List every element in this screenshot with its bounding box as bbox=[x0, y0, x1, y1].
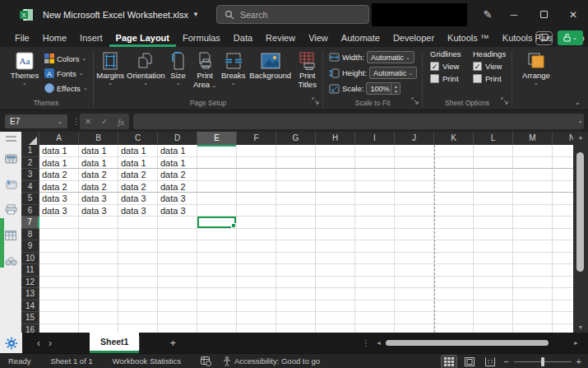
cell-E7[interactable] bbox=[197, 217, 237, 229]
cell-M12[interactable] bbox=[513, 277, 553, 289]
cell-G1[interactable] bbox=[276, 145, 316, 157]
cell-D4[interactable]: data 2 bbox=[158, 181, 197, 193]
cell-B16[interactable] bbox=[79, 324, 118, 333]
cell-J1[interactable] bbox=[395, 145, 434, 157]
maximize-button[interactable] bbox=[529, 0, 558, 29]
cell-E6[interactable] bbox=[197, 205, 237, 217]
cell-G8[interactable] bbox=[276, 229, 316, 241]
cell-B13[interactable] bbox=[79, 288, 118, 300]
cell-J16[interactable] bbox=[395, 324, 434, 333]
cell-L6[interactable] bbox=[474, 205, 513, 217]
cell-D8[interactable] bbox=[158, 229, 197, 241]
cell-L15[interactable] bbox=[474, 312, 513, 324]
headings-view-row[interactable]: ✓ View bbox=[473, 62, 507, 71]
cell-F10[interactable] bbox=[237, 253, 276, 265]
cell-J11[interactable] bbox=[395, 264, 434, 277]
cell-G6[interactable] bbox=[276, 205, 316, 217]
cell-F13[interactable] bbox=[237, 288, 276, 300]
new-sheet-button[interactable]: + bbox=[169, 333, 176, 353]
cell-D7[interactable] bbox=[158, 217, 197, 229]
cell-H1[interactable] bbox=[316, 145, 355, 157]
scale-spinner[interactable]: 100% ▲▼ bbox=[366, 82, 400, 95]
cell-F1[interactable] bbox=[237, 145, 276, 157]
comments-button[interactable] bbox=[535, 31, 553, 45]
cell-I10[interactable] bbox=[355, 253, 395, 265]
page-layout-view-button[interactable] bbox=[462, 356, 477, 368]
cell-E5[interactable] bbox=[197, 193, 237, 205]
cell-L5[interactable] bbox=[474, 193, 513, 205]
minimize-button[interactable]: ─ bbox=[499, 0, 529, 29]
gridlines-view-checkbox[interactable]: ✓ bbox=[430, 62, 439, 71]
cell-F7[interactable] bbox=[237, 217, 276, 229]
cell-C6[interactable]: data 3 bbox=[118, 205, 158, 217]
cell-D12[interactable] bbox=[158, 277, 197, 289]
cell-H9[interactable] bbox=[316, 240, 355, 253]
scale-to-fit-dialog-launcher[interactable] bbox=[411, 93, 419, 108]
cell-D10[interactable] bbox=[158, 253, 197, 265]
row-header-14[interactable]: 14 bbox=[21, 300, 39, 313]
cell-C4[interactable]: data 2 bbox=[118, 181, 158, 193]
cell-E11[interactable] bbox=[197, 264, 237, 277]
cell-H14[interactable] bbox=[316, 300, 355, 313]
cell-G9[interactable] bbox=[276, 240, 316, 253]
cell-M13[interactable] bbox=[513, 288, 553, 300]
cell-J2[interactable] bbox=[395, 157, 434, 170]
zoom-slider-thumb[interactable] bbox=[541, 357, 544, 366]
cell-I11[interactable] bbox=[355, 264, 395, 277]
cell-H7[interactable] bbox=[316, 217, 355, 229]
cell-C15[interactable] bbox=[118, 312, 158, 324]
cell-M6[interactable] bbox=[513, 205, 553, 217]
cell-A15[interactable] bbox=[39, 312, 79, 324]
zoom-in-button[interactable]: + bbox=[576, 357, 581, 366]
cell-B1[interactable]: data 1 bbox=[79, 145, 118, 157]
zoom-slider-track[interactable] bbox=[514, 361, 572, 362]
close-button[interactable]: ✕ bbox=[558, 0, 588, 29]
cell-J6[interactable] bbox=[395, 205, 434, 217]
cell-C1[interactable]: data 1 bbox=[118, 145, 158, 157]
cell-C8[interactable] bbox=[118, 229, 158, 241]
cell-G3[interactable] bbox=[276, 169, 316, 181]
cell-B3[interactable]: data 2 bbox=[79, 169, 118, 181]
cell-F2[interactable] bbox=[237, 157, 276, 170]
sheet-options-dialog-launcher[interactable] bbox=[501, 93, 508, 108]
cell-H3[interactable] bbox=[316, 169, 355, 181]
cell-M10[interactable] bbox=[513, 253, 553, 265]
cell-M7[interactable] bbox=[513, 217, 553, 229]
cell-A11[interactable] bbox=[39, 264, 79, 277]
cell-G12[interactable] bbox=[276, 277, 316, 289]
print-area-button[interactable]: Print Area ⌄ bbox=[191, 49, 220, 89]
background-button[interactable]: Background bbox=[248, 49, 294, 80]
tab-file[interactable]: File bbox=[8, 29, 36, 47]
row-header-1[interactable]: 1 bbox=[21, 145, 39, 157]
cell-J8[interactable] bbox=[395, 229, 434, 241]
cell-D15[interactable] bbox=[158, 312, 197, 324]
cell-M1[interactable] bbox=[513, 145, 553, 157]
cell-C11[interactable] bbox=[118, 264, 158, 277]
cell-F6[interactable] bbox=[237, 205, 276, 217]
cell-D1[interactable]: data 1 bbox=[158, 145, 197, 157]
cell-I6[interactable] bbox=[355, 205, 395, 217]
cell-A10[interactable] bbox=[39, 253, 79, 265]
cell-B11[interactable] bbox=[79, 264, 118, 277]
cell-N14[interactable] bbox=[553, 300, 573, 313]
scroll-right-arrow-icon[interactable]: ► bbox=[573, 333, 579, 353]
cell-C9[interactable] bbox=[118, 240, 158, 253]
row-header-2[interactable]: 2 bbox=[21, 157, 39, 170]
normal-view-button[interactable] bbox=[442, 356, 456, 368]
workbook-pane-icon[interactable] bbox=[5, 152, 17, 167]
cell-D16[interactable] bbox=[158, 324, 197, 333]
cell-A9[interactable] bbox=[39, 240, 79, 253]
zoom-out-button[interactable]: − bbox=[503, 357, 508, 366]
cell-K6[interactable] bbox=[434, 205, 474, 217]
cell-N3[interactable] bbox=[553, 169, 573, 181]
orientation-button[interactable]: Orientation ⌄ bbox=[126, 49, 165, 86]
tab-formulas[interactable]: Formulas bbox=[176, 29, 227, 47]
cell-D3[interactable]: data 2 bbox=[158, 169, 197, 181]
cell-D6[interactable]: data 3 bbox=[158, 205, 197, 217]
cell-M3[interactable] bbox=[513, 169, 553, 181]
cell-I3[interactable] bbox=[355, 169, 395, 181]
share-button[interactable]: ⌄ bbox=[558, 30, 583, 45]
cell-G13[interactable] bbox=[276, 288, 316, 300]
cell-E13[interactable] bbox=[197, 288, 237, 300]
cell-A6[interactable]: data 3 bbox=[39, 205, 79, 217]
